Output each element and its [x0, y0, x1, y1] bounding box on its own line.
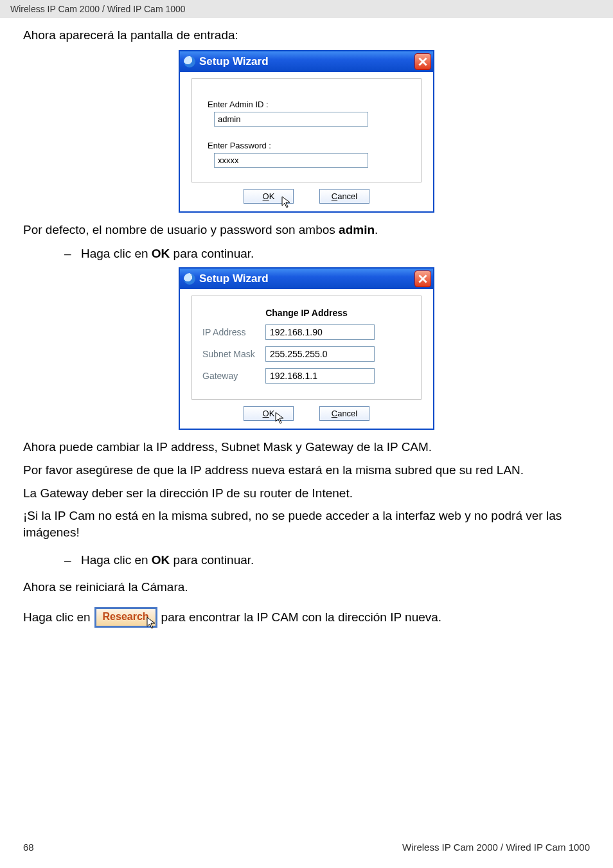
subnet-mask-input[interactable]: [265, 346, 375, 362]
change-ip-text-4: ¡Si la IP Cam no está en la misma subred…: [23, 508, 590, 540]
doc-header: Wireless IP Cam 2000 / Wired IP Cam 1000: [0, 0, 613, 18]
setup-wizard-login-dialog: Setup Wizard Enter Admin ID : Enter Pass…: [179, 50, 434, 213]
titlebar: Setup Wizard: [180, 51, 433, 72]
default-credentials-text: Por defecto, el nombre de usuario y pass…: [23, 222, 590, 238]
titlebar: Setup Wizard: [180, 269, 433, 289]
app-icon: [184, 273, 195, 285]
change-ip-text-2: Por favor asegúrese de que la IP address…: [23, 462, 590, 479]
change-ip-heading: Change IP Address: [202, 308, 411, 318]
footer-title: Wireless IP Cam 2000 / Wired IP Cam 1000: [402, 842, 590, 853]
app-icon: [184, 56, 195, 67]
bullet-ok-1: – Haga clic en OK para continuar.: [64, 247, 590, 261]
ok-button[interactable]: OK: [244, 406, 294, 421]
ip-address-label: IP Address: [202, 327, 265, 337]
cursor-icon: [275, 412, 285, 425]
ip-address-input[interactable]: [265, 324, 375, 340]
password-label: Enter Password :: [208, 141, 411, 150]
cancel-label: ancel: [337, 409, 357, 418]
setup-wizard-ip-dialog: Setup Wizard Change IP Address IP Addres…: [179, 267, 434, 430]
restart-text: Ahora se reiniciará la Cámara.: [23, 579, 590, 596]
cursor-icon: [147, 617, 157, 630]
research-line: Haga clic en Research para encontrar la …: [23, 607, 590, 628]
cancel-button[interactable]: Cancel: [319, 406, 369, 421]
page-number: 68: [23, 842, 34, 853]
ok-label: K: [269, 409, 275, 418]
dialog-title: Setup Wizard: [199, 272, 269, 285]
ok-button[interactable]: OK: [244, 189, 294, 204]
gateway-input[interactable]: [265, 368, 375, 384]
gateway-label: Gateway: [202, 371, 265, 381]
intro-text: Ahora aparecerá la pantalla de entrada:: [23, 27, 590, 44]
change-ip-text-3: La Gateway deber ser la dirección IP de …: [23, 485, 590, 502]
close-icon[interactable]: [414, 53, 431, 70]
research-button[interactable]: Research: [94, 607, 157, 628]
cancel-button[interactable]: Cancel: [319, 189, 369, 204]
bullet-ok-2: – Haga clic en OK para continuar.: [64, 553, 590, 567]
admin-id-label: Enter Admin ID :: [208, 100, 411, 109]
close-icon[interactable]: [414, 270, 431, 287]
subnet-mask-label: Subnet Mask: [202, 349, 265, 359]
password-input[interactable]: [214, 153, 368, 168]
ok-label: K: [269, 191, 275, 201]
cancel-label: ancel: [337, 191, 357, 201]
change-ip-text-1: Ahora puede cambiar la IP address, Subne…: [23, 439, 590, 456]
admin-id-input[interactable]: [214, 112, 368, 127]
dialog-title: Setup Wizard: [199, 55, 269, 68]
cursor-icon: [281, 196, 292, 209]
